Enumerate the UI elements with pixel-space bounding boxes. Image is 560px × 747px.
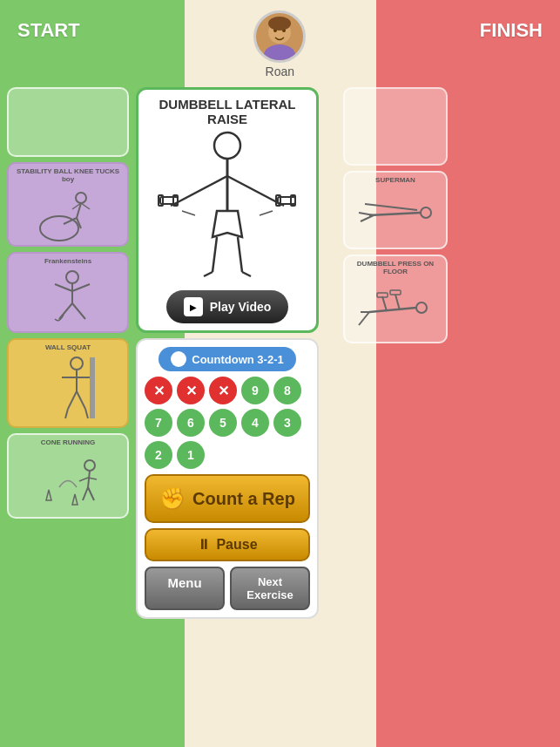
rep-bubble-3[interactable]: 3 <box>273 409 301 437</box>
countdown-label: Countdown 3-2-1 <box>192 353 283 366</box>
svg-line-48 <box>238 237 242 272</box>
avatar-svg <box>256 13 303 60</box>
svg-line-51 <box>369 213 421 215</box>
left-exercise-frankensteins[interactable]: Frankensteins <box>7 252 129 333</box>
play-video-button[interactable]: ▶ Play Video <box>166 290 289 323</box>
play-icon: ▶ <box>184 297 203 316</box>
pause-label: Pause <box>216 537 257 553</box>
svg-point-36 <box>214 132 240 159</box>
svg-marker-29 <box>72 494 78 505</box>
svg-line-12 <box>81 203 90 209</box>
count-rep-button[interactable]: ✊ Count a Rep <box>145 474 310 523</box>
svg-point-55 <box>416 302 427 313</box>
svg-point-7 <box>76 193 86 203</box>
svg-line-24 <box>68 391 77 409</box>
cone-running-illustration <box>12 448 124 513</box>
right-exercise-dumbbell-press[interactable]: DUMBBELL PRESS ON FLOOR <box>343 255 448 343</box>
stability-ball-label: STABILITY BALL KNEE TUCKS boy <box>12 167 124 183</box>
rep-bubble-7[interactable]: 7 <box>145 409 172 437</box>
pause-icon: ⏸ <box>197 537 211 553</box>
svg-rect-59 <box>390 290 401 295</box>
stability-ball-illustration <box>12 185 124 241</box>
svg-line-38 <box>178 176 227 202</box>
pause-button[interactable]: ⏸ Pause <box>145 528 310 561</box>
rep-panel: Countdown 3-2-1 9 8 7 6 5 4 3 2 <box>136 338 319 619</box>
superman-label: SUPERMAN <box>375 176 415 184</box>
svg-line-18 <box>72 303 85 319</box>
svg-line-34 <box>83 487 88 500</box>
svg-line-17 <box>59 303 72 319</box>
rep-bubble-2[interactable]: 2 <box>145 441 172 469</box>
rep-bubble-6[interactable]: 6 <box>177 409 205 437</box>
dumbbell-press-label: DUMBBELL PRESS ON FLOOR <box>348 260 442 275</box>
right-exercise-empty <box>343 87 448 166</box>
right-exercise-superman[interactable]: SUPERMAN <box>343 171 448 249</box>
rep-bubble-4[interactable]: 4 <box>241 409 269 437</box>
toggle-dot <box>171 351 186 367</box>
count-rep-label: Count a Rep <box>192 489 295 509</box>
countdown-toggle[interactable]: Countdown 3-2-1 <box>159 347 295 371</box>
svg-line-27 <box>85 409 88 418</box>
frankensteins-illustration <box>12 267 124 328</box>
svg-point-20 <box>71 357 83 370</box>
right-exercise-list: SUPERMAN DUMBBELL PRESS ON <box>326 84 448 747</box>
rep-bubble-x3[interactable] <box>209 377 237 404</box>
play-video-label: Play Video <box>210 300 272 314</box>
next-exercise-button[interactable]: Next Exercise <box>230 567 310 610</box>
svg-line-16 <box>72 284 90 291</box>
dumbbell-press-illustration <box>348 277 442 338</box>
svg-line-53 <box>361 215 374 221</box>
left-exercise-cone-running[interactable]: CONE RUNNING <box>7 433 129 519</box>
superman-illustration <box>348 186 442 244</box>
svg-line-47 <box>204 272 213 276</box>
dumbbell-svg <box>152 124 304 294</box>
svg-line-57 <box>395 295 400 310</box>
svg-line-54 <box>359 213 374 215</box>
svg-line-32 <box>79 478 88 481</box>
current-exercise-card: DUMBBELL LATERAL RAISE <box>136 87 319 333</box>
svg-line-42 <box>227 176 277 202</box>
svg-rect-19 <box>90 357 95 418</box>
svg-rect-60 <box>377 293 388 297</box>
svg-line-25 <box>77 391 85 409</box>
rep-bubble-9[interactable]: 9 <box>241 377 269 404</box>
hand-icon: ✊ <box>159 486 186 511</box>
start-label: START <box>17 10 80 42</box>
rep-bubble-x2[interactable] <box>177 377 205 404</box>
svg-line-52 <box>365 204 417 210</box>
svg-line-46 <box>213 237 217 272</box>
svg-line-49 <box>242 272 251 276</box>
svg-point-5 <box>268 17 291 31</box>
frankensteins-label: Frankensteins <box>44 257 91 265</box>
left-exercise-empty <box>7 87 129 157</box>
finish-label: FINISH <box>480 10 543 42</box>
user-name: Roan <box>266 65 294 78</box>
left-exercise-stability-ball[interactable]: STABILITY BALL KNEE TUCKS boy <box>7 162 129 247</box>
svg-line-58 <box>382 296 387 311</box>
left-exercise-list: STABILITY BALL KNEE TUCKS boy Frankenst <box>7 84 129 747</box>
rep-bubble-5[interactable]: 5 <box>209 409 237 437</box>
current-exercise-title: DUMBBELL LATERAL RAISE <box>145 97 309 126</box>
center-panel: DUMBBELL LATERAL RAISE <box>136 84 319 747</box>
svg-line-35 <box>88 487 94 500</box>
rep-grid: 9 8 7 6 5 4 3 2 1 <box>145 377 310 469</box>
svg-line-61 <box>359 312 369 325</box>
avatar <box>253 10 306 63</box>
menu-button[interactable]: Menu <box>145 567 225 610</box>
left-exercise-wall-squat[interactable]: WALL SQUAT <box>7 338 129 428</box>
rep-bubble-1[interactable]: 1 <box>177 441 205 469</box>
svg-line-15 <box>55 284 72 291</box>
wall-squat-label: WALL SQUAT <box>45 343 91 351</box>
header-center: Roan <box>253 10 306 78</box>
svg-line-31 <box>88 471 90 487</box>
svg-line-26 <box>65 409 68 418</box>
svg-line-56 <box>369 308 416 312</box>
svg-point-30 <box>84 460 95 471</box>
rep-bubble-x1[interactable] <box>145 377 172 404</box>
cone-running-label: CONE RUNNING <box>41 438 96 446</box>
exercise-image <box>149 130 306 287</box>
svg-marker-28 <box>46 490 51 500</box>
rep-bubble-8[interactable]: 8 <box>273 377 301 404</box>
svg-point-50 <box>421 207 431 218</box>
wall-squat-illustration <box>12 353 124 423</box>
